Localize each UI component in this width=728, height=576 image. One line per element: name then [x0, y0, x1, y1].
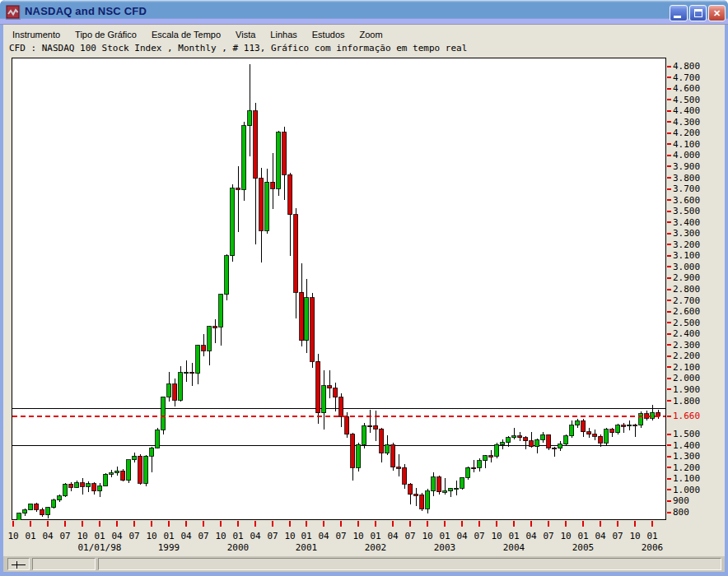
y-axis-tick [667, 277, 671, 279]
candle-body [432, 477, 436, 491]
candle-body [535, 439, 539, 447]
candle-body [254, 111, 258, 179]
y-axis-tick [667, 388, 671, 390]
y-axis-label: 2.400 [673, 328, 700, 339]
y-axis-label: 2.200 [673, 351, 700, 361]
menu-zoom[interactable]: Zoom [352, 28, 390, 41]
y-axis-label: 2.700 [673, 295, 700, 306]
y-axis-tick [667, 165, 671, 167]
menu-vista[interactable]: Vista [228, 28, 263, 41]
candle-body [219, 295, 223, 327]
y-axis-tick [667, 177, 671, 179]
x-axis-tick [600, 521, 601, 527]
candle-body [259, 179, 264, 231]
candle-body [351, 434, 355, 468]
x-axis-tick [513, 521, 515, 527]
candle-body [190, 372, 194, 374]
x-axis-tick [323, 521, 324, 527]
menu-tipo-de-grafico[interactable]: Tipo de Gráfico [68, 28, 144, 41]
candle-body [437, 477, 441, 492]
y-axis-label: 4.200 [673, 128, 700, 138]
x-axis-tick [548, 521, 549, 527]
y-axis-label: 4.500 [673, 95, 700, 105]
x-axis-month-label: 01 [91, 531, 109, 541]
y-axis-tick [667, 311, 671, 313]
y-axis-label: 2.600 [673, 306, 700, 317]
app-icon [6, 5, 21, 20]
y-axis-label: 2.800 [673, 284, 700, 295]
y-axis-tick [667, 132, 671, 134]
menu-instrumento[interactable]: Instrumento [5, 28, 68, 41]
status-panel-main [98, 558, 721, 570]
y-axis-label: 800 [673, 507, 689, 518]
candle-body [288, 174, 292, 215]
x-axis-tick [444, 521, 446, 527]
candle-body [472, 467, 476, 469]
candle-body [40, 509, 44, 515]
x-axis-tick [168, 521, 170, 527]
crosshair-tool-button[interactable] [7, 558, 30, 570]
y-axis-label: 1.100 [673, 473, 700, 484]
y-axis-label: 4.800 [673, 61, 700, 72]
candle-body [35, 504, 39, 509]
candle-body [553, 448, 557, 449]
candle-body [265, 182, 269, 230]
minimize-button[interactable] [670, 5, 688, 21]
x-axis-tick [116, 521, 118, 527]
menu-escala-de-tempo[interactable]: Escala de Tempo [144, 28, 228, 41]
y-axis-label: 2.300 [673, 340, 700, 351]
menu-linhas[interactable]: Linhas [263, 28, 304, 41]
close-button[interactable]: ✕ [708, 5, 726, 21]
y-axis-label: 2.100 [673, 362, 700, 373]
candle-body [408, 484, 413, 494]
candle-body [110, 473, 114, 475]
x-axis-year-label: 2004 [481, 542, 547, 553]
y-axis-label: 3.000 [673, 262, 700, 272]
candle-body [547, 434, 551, 448]
y-axis-tick [667, 143, 671, 145]
candle-body [593, 434, 597, 436]
x-axis-tick [133, 521, 135, 527]
y-axis-tick [667, 344, 671, 346]
x-axis-month-label: 01 [505, 531, 523, 541]
x-axis-month-label: 10 [281, 531, 299, 541]
x-axis-month-label: 01 [436, 531, 454, 541]
candle-body [368, 425, 372, 427]
maximize-button[interactable] [689, 5, 707, 21]
candle-body [564, 436, 568, 444]
y-axis-tick [667, 400, 671, 402]
title-bar[interactable]: NASDAQ and NSC CFD ✕ [0, 0, 728, 25]
y-axis-tick [667, 500, 671, 502]
y-axis-label: 1.300 [673, 451, 700, 462]
y-axis-label: 3.200 [673, 239, 700, 250]
candlestick-chart[interactable] [12, 58, 666, 520]
candle-body [63, 484, 68, 495]
x-axis-year-label: 01/01/98 [67, 542, 133, 553]
candle-body [489, 456, 493, 458]
x-axis-tick [427, 521, 428, 527]
maximize-icon [694, 9, 702, 17]
candle-body [599, 436, 603, 443]
candle-body [104, 474, 108, 485]
y-axis-label: 3.700 [673, 183, 700, 194]
menu-estudos[interactable]: Estudos [305, 28, 352, 41]
candle-body [310, 298, 315, 362]
y-axis-tick [667, 512, 671, 513]
x-axis-month-label: 07 [401, 531, 419, 541]
candle-body [167, 384, 171, 397]
candle-body [133, 456, 137, 459]
y-axis-tick [667, 467, 671, 468]
candle-body [225, 256, 229, 295]
candle-body [512, 436, 516, 438]
x-axis-tick [203, 521, 204, 527]
candle-body [414, 495, 418, 496]
application-window: NASDAQ and NSC CFD ✕ Instrumento Tipo de… [0, 0, 728, 576]
candle-body [75, 483, 79, 488]
candle-body [179, 373, 183, 400]
y-axis-label: 3.900 [673, 161, 700, 172]
x-axis-month-label: 10 [349, 531, 367, 541]
candle-body [501, 443, 505, 445]
candle-body [156, 430, 160, 448]
x-axis-month-label: 04 [177, 531, 195, 541]
x-axis-month-label: 10 [418, 531, 436, 541]
